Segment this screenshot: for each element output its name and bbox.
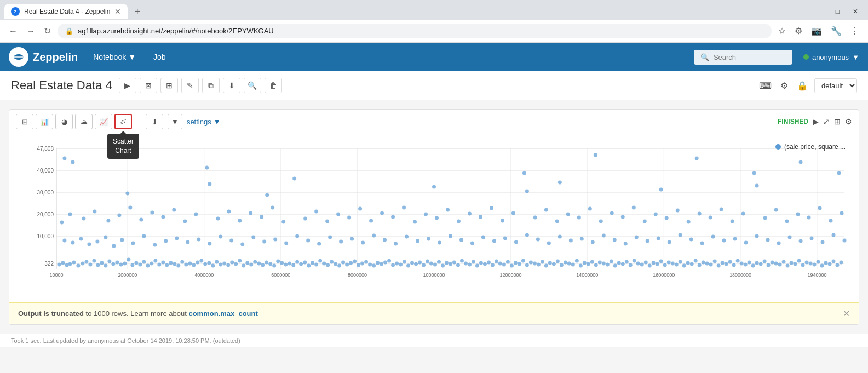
close-btn[interactable]: ✕ <box>847 5 864 18</box>
svg-point-240 <box>817 260 820 263</box>
scatter-chart-btn[interactable] <box>114 114 132 129</box>
minimize-btn[interactable]: – <box>813 5 828 18</box>
camera-icon[interactable]: 📷 <box>809 24 824 38</box>
settings-icon-btn[interactable]: ⚙ <box>778 78 790 93</box>
svg-point-92 <box>249 262 253 266</box>
svg-point-338 <box>260 215 263 219</box>
svg-text:322: 322 <box>44 261 54 267</box>
svg-point-122 <box>364 260 368 263</box>
svg-point-130 <box>395 261 399 265</box>
bookmark-icon[interactable]: ☆ <box>776 24 788 38</box>
status-bar-close-btn[interactable]: ✕ <box>843 308 850 319</box>
svg-point-133 <box>406 263 410 267</box>
cell-settings-btn[interactable]: ⚙ <box>845 117 852 126</box>
svg-point-234 <box>794 262 797 266</box>
svg-point-74 <box>180 260 184 263</box>
more-btn[interactable]: ▼ <box>168 114 182 129</box>
forward-btn[interactable]: → <box>24 24 37 38</box>
settings-btn[interactable]: settings ▼ <box>187 118 221 126</box>
menu-icon[interactable]: ⋮ <box>848 24 861 38</box>
svg-point-86 <box>226 263 230 267</box>
svg-point-147 <box>460 259 464 262</box>
status-bar-message: to 1000 rows. Learn more about <box>86 309 189 318</box>
area-chart-btn[interactable]: ⛰ <box>75 114 93 129</box>
svg-point-248 <box>71 240 74 244</box>
search-input[interactable] <box>714 53 786 61</box>
export-btn[interactable]: ⬇ <box>223 78 240 93</box>
cell-run-btn[interactable]: ▶ <box>813 117 819 126</box>
back-btn[interactable]: ← <box>7 24 20 38</box>
svg-point-169 <box>544 263 548 267</box>
svg-point-300 <box>624 242 628 245</box>
svg-point-364 <box>544 208 548 212</box>
bar-chart-btn[interactable]: 📊 <box>36 114 53 129</box>
line-chart-btn[interactable]: 📈 <box>95 114 112 129</box>
svg-point-146 <box>456 263 460 267</box>
svg-point-318 <box>821 240 825 244</box>
svg-text:2000000: 2000000 <box>118 272 137 278</box>
nav-notebook[interactable]: Notebook ▼ <box>89 50 140 64</box>
nav-job[interactable]: Job <box>149 50 170 64</box>
svg-point-88 <box>234 262 238 266</box>
new-tab-btn[interactable]: + <box>130 4 145 20</box>
svg-point-7 <box>122 123 123 124</box>
svg-point-207 <box>690 262 694 266</box>
svg-point-61 <box>130 263 134 267</box>
tab-favicon: Z <box>11 7 20 16</box>
svg-point-256 <box>142 234 146 238</box>
svg-point-216 <box>725 262 728 266</box>
default-dropdown[interactable]: default <box>814 78 857 93</box>
browser-tab[interactable]: Z Real Estate Data 4 - Zeppelin ✕ <box>4 4 128 19</box>
profile-icon[interactable]: ⚙ <box>792 24 804 38</box>
zeppelin-logo-circle <box>9 47 28 67</box>
search-btn[interactable]: 🔍 <box>244 78 261 93</box>
search-box[interactable]: 🔍 <box>694 50 792 65</box>
cell-show-code-btn[interactable]: ⊞ <box>834 117 841 126</box>
keyboard-shortcut-btn[interactable]: ⌨ <box>757 78 774 93</box>
svg-point-404 <box>755 184 759 188</box>
refresh-btn[interactable]: ↻ <box>42 24 53 38</box>
lock-icon-btn[interactable]: 🔒 <box>795 78 810 93</box>
svg-point-173 <box>560 263 564 267</box>
svg-point-85 <box>222 261 226 265</box>
svg-point-301 <box>635 235 639 239</box>
browser-toolbar-icons: ☆ ⚙ 📷 🔧 ⋮ <box>776 24 861 38</box>
run-all-btn[interactable]: ▶ <box>119 78 136 93</box>
max-count-link[interactable]: common.max_count <box>188 309 257 318</box>
maximize-btn[interactable]: □ <box>830 5 845 18</box>
svg-point-393 <box>71 160 74 164</box>
svg-point-323 <box>93 210 96 214</box>
svg-point-271 <box>306 238 310 242</box>
svg-point-64 <box>142 260 146 263</box>
show-code-btn[interactable]: ⊞ <box>160 78 178 93</box>
cell-expand-btn[interactable]: ⤢ <box>823 117 830 126</box>
edit-btn[interactable]: ✎ <box>181 78 199 93</box>
svg-point-349 <box>380 211 384 215</box>
svg-point-362 <box>522 171 526 175</box>
pie-chart-btn[interactable]: ◕ <box>55 114 73 129</box>
stop-btn[interactable]: ⊠ <box>140 78 157 93</box>
svg-point-67 <box>153 259 157 262</box>
svg-point-208 <box>694 259 698 262</box>
svg-point-261 <box>197 237 200 241</box>
svg-point-316 <box>799 239 803 243</box>
tab-close-btn[interactable]: ✕ <box>114 7 121 16</box>
svg-point-119 <box>353 259 357 263</box>
svg-point-392 <box>62 157 66 160</box>
svg-point-143 <box>445 261 449 265</box>
download-btn[interactable]: ⬇ <box>146 114 163 129</box>
user-badge[interactable]: anonymous ▼ <box>803 53 859 61</box>
delete-btn[interactable]: 🗑 <box>265 78 282 93</box>
address-bar[interactable]: 🔒 ag1llap.azurehdinsight.net/zeppelin/#/… <box>58 24 772 38</box>
svg-point-114 <box>334 262 337 266</box>
svg-point-95 <box>261 263 265 267</box>
svg-point-279 <box>394 242 398 245</box>
extension-icon[interactable]: 🔧 <box>829 24 844 38</box>
svg-point-172 <box>556 259 560 263</box>
clone-btn[interactable]: ⧉ <box>202 78 220 93</box>
notebook-content: ⊞ 📊 ◕ ⛰ 📈 <box>0 100 868 334</box>
table-chart-btn[interactable]: ⊞ <box>16 114 33 129</box>
svg-point-77 <box>192 263 196 267</box>
svg-point-171 <box>552 262 556 266</box>
svg-point-141 <box>437 260 441 263</box>
